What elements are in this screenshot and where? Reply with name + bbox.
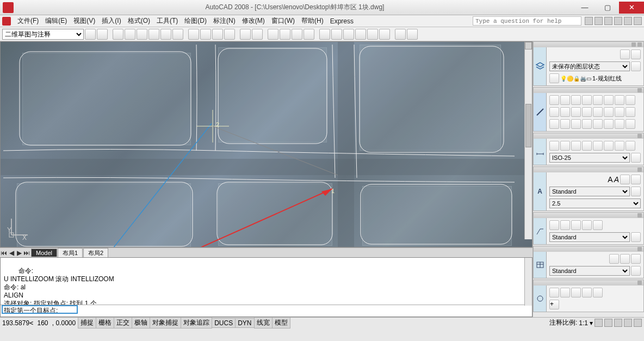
dimstyle-button[interactable] xyxy=(631,153,641,163)
anno-autoscale-icon[interactable] xyxy=(604,319,612,327)
palette-min-icon[interactable] xyxy=(637,281,642,285)
rotate-button[interactable] xyxy=(571,107,581,117)
layer-state-manage-button[interactable] xyxy=(631,61,641,71)
hatch-button[interactable] xyxy=(626,95,635,105)
ortho-toggle[interactable]: 正交 xyxy=(114,317,132,328)
paste-button[interactable] xyxy=(212,29,223,40)
textstyle-button[interactable] xyxy=(631,187,641,196)
minimize-button[interactable]: — xyxy=(573,2,596,14)
tab-nav-next[interactable]: ▶ xyxy=(15,249,23,257)
help-search-input[interactable] xyxy=(473,16,581,26)
mdi-min-icon[interactable] xyxy=(614,17,622,25)
tab-layout1[interactable]: 布局1 xyxy=(58,248,83,258)
tab-nav-first[interactable]: ⏮ xyxy=(0,249,8,257)
dyn-toggle[interactable]: DYN xyxy=(235,318,254,328)
toolbar-lock-button[interactable] xyxy=(97,29,108,40)
polar-toggle[interactable]: 极轴 xyxy=(132,317,150,328)
draw-panel-icon[interactable] xyxy=(534,93,547,131)
menu-tools[interactable]: 工具(T) xyxy=(153,15,181,27)
explode-button[interactable] xyxy=(604,119,614,129)
mirror-button[interactable] xyxy=(615,107,624,117)
otrack-toggle[interactable]: 对象追踪 xyxy=(181,317,212,328)
cut-button[interactable] xyxy=(188,29,199,40)
move-button[interactable] xyxy=(549,107,559,117)
palette-min-icon[interactable] xyxy=(631,42,636,47)
dim-diameter-button[interactable] xyxy=(604,141,614,151)
table-button[interactable] xyxy=(609,254,619,264)
command-window[interactable]: 命令: U INTELLIZOOM 滚动 INTELLIZOOM 命令: al … xyxy=(0,257,532,317)
nav-plus-button[interactable]: + xyxy=(549,300,559,309)
pan-realtime-button[interactable] xyxy=(549,288,559,297)
dim-angular-button[interactable] xyxy=(571,141,581,151)
dim-ordinate-button[interactable] xyxy=(615,141,624,151)
mleaderstyle-select[interactable]: Standard xyxy=(549,232,630,242)
dimstyle-select[interactable]: ISO-25 xyxy=(549,153,630,163)
save-button[interactable] xyxy=(137,29,147,40)
palette-min-icon[interactable] xyxy=(637,213,642,218)
scroll-up-icon[interactable] xyxy=(525,42,532,49)
erase-button[interactable] xyxy=(626,107,635,117)
spellcheck-button[interactable] xyxy=(631,175,641,184)
zoom-realtime-button[interactable] xyxy=(582,288,592,297)
array-button[interactable] xyxy=(571,119,581,129)
designcenter-button[interactable] xyxy=(331,29,342,40)
toolpalettes-button[interactable] xyxy=(343,29,354,40)
dim-arc-button[interactable] xyxy=(582,141,592,151)
chamfer-button[interactable] xyxy=(560,119,570,129)
tablestyle-button[interactable] xyxy=(631,266,641,276)
workspace-select[interactable]: 二维草图与注释 xyxy=(2,29,84,40)
comm-center-icon[interactable] xyxy=(595,17,603,25)
zoom-prev-button[interactable] xyxy=(304,29,314,40)
zoom-previous-button[interactable] xyxy=(593,288,603,297)
tab-nav-last[interactable]: ⏭ xyxy=(23,249,30,257)
viewport-hscrollbar[interactable] xyxy=(108,249,532,257)
extend-button[interactable] xyxy=(593,107,603,117)
palette-close-icon[interactable] xyxy=(637,42,642,47)
circle-button[interactable] xyxy=(571,95,581,105)
matchprop-button[interactable] xyxy=(224,29,235,40)
zoom-button[interactable] xyxy=(280,29,290,40)
layer-props-button[interactable] xyxy=(549,73,559,83)
line-button[interactable] xyxy=(549,95,559,105)
trim-button[interactable] xyxy=(582,107,592,117)
mleader-add-button[interactable] xyxy=(560,220,570,230)
copy-obj-button[interactable] xyxy=(560,107,570,117)
dim-panel-icon[interactable] xyxy=(534,139,547,165)
dim-aligned-button[interactable] xyxy=(560,141,570,151)
open-button[interactable] xyxy=(125,29,135,40)
ellipse-button[interactable] xyxy=(615,95,624,105)
palette-min-icon[interactable] xyxy=(637,88,642,92)
publish-button[interactable] xyxy=(172,29,183,40)
new-button[interactable] xyxy=(113,29,123,40)
command-prompt[interactable]: 指定第一个目标点: xyxy=(1,305,532,317)
menu-window[interactable]: 窗口(W) xyxy=(268,15,298,27)
coord-readout[interactable]: 193.5879< 160 , 0.0000 xyxy=(0,319,78,327)
grid-toggle[interactable]: 栅格 xyxy=(96,317,114,328)
polyline-button[interactable] xyxy=(560,95,570,105)
model-viewport[interactable]: 1 2 YX xyxy=(0,41,532,247)
menu-edit[interactable]: 编辑(E) xyxy=(42,15,70,27)
menu-help[interactable]: 帮助(H) xyxy=(298,15,327,27)
maximize-button[interactable]: ▢ xyxy=(596,2,619,14)
model-toggle[interactable]: 模型 xyxy=(272,317,290,328)
statusbar-tray-icon[interactable] xyxy=(624,319,632,327)
fillet-button[interactable] xyxy=(549,119,559,129)
tab-layout2[interactable]: 布局2 xyxy=(83,248,108,258)
mleader-align-button[interactable] xyxy=(582,220,592,230)
cmd-vscrollbar[interactable] xyxy=(524,258,532,306)
anno-visibility-icon[interactable] xyxy=(595,319,603,327)
copy-button[interactable] xyxy=(200,29,211,40)
menu-modify[interactable]: 修改(M) xyxy=(239,15,268,27)
leader-panel-icon[interactable] xyxy=(534,218,547,244)
dim-jogged-button[interactable] xyxy=(626,141,635,151)
vscroll-thumb[interactable] xyxy=(525,104,531,147)
mleaderstyle-button[interactable] xyxy=(631,232,641,242)
mleader-button[interactable] xyxy=(549,220,559,230)
mdi-close-icon[interactable] xyxy=(634,17,642,25)
statusbar-lock-icon[interactable] xyxy=(614,319,622,327)
spline-button[interactable] xyxy=(604,95,614,105)
arc-button[interactable] xyxy=(582,95,592,105)
osnap-toggle[interactable]: 对象捕捉 xyxy=(150,317,181,328)
dim-radius-button[interactable] xyxy=(593,141,603,151)
nav-panel-icon[interactable] xyxy=(534,286,547,312)
